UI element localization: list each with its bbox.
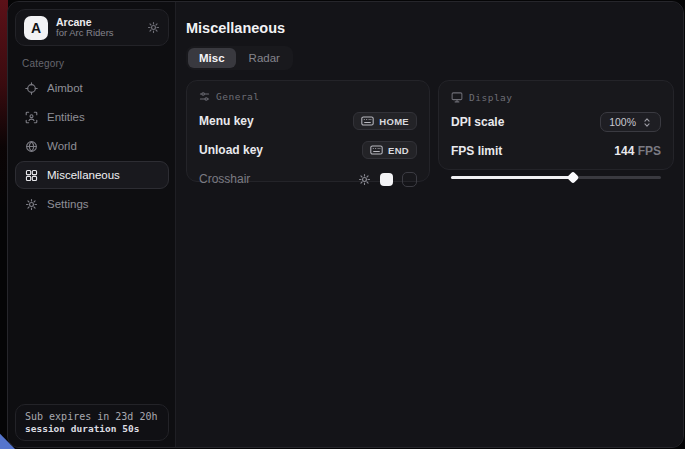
crosshair-label: Crosshair: [199, 172, 250, 186]
fps-unit: FPS: [638, 144, 661, 158]
sidebar-item-settings[interactable]: Settings: [15, 190, 169, 218]
crosshair-checkbox[interactable]: [402, 172, 417, 187]
general-card: General Menu key HOME Unload key: [186, 80, 430, 182]
unload-key-value: END: [388, 145, 409, 156]
unload-key-label: Unload key: [199, 143, 263, 157]
main-content: Miscellaneous Misc Radar General Menu ke…: [176, 2, 683, 447]
general-card-title: General: [216, 91, 260, 102]
dpi-scale-row: DPI scale 100%: [451, 112, 661, 132]
menu-key-row: Menu key HOME: [199, 111, 417, 131]
entities-icon: [25, 111, 38, 124]
brand-card: A Arcane for Arc Riders: [15, 9, 169, 46]
sliders-icon: [199, 91, 210, 102]
sidebar-item-world[interactable]: World: [15, 132, 169, 160]
tab-misc[interactable]: Misc: [188, 48, 236, 68]
display-card: Display DPI scale 100% FPS limit 144: [438, 80, 674, 170]
general-card-header: General: [199, 91, 417, 102]
display-card-header: Display: [451, 91, 661, 103]
fps-limit-label: FPS limit: [451, 144, 502, 158]
unload-key-row: Unload key END: [199, 140, 417, 160]
display-card-title: Display: [469, 92, 513, 103]
sidebar-item-miscellaneous[interactable]: Miscellaneous: [15, 161, 169, 189]
fps-limit-value: 144 FPS: [614, 144, 661, 158]
crosshair-row: Crosshair: [199, 169, 417, 189]
sidebar-item-label: Aimbot: [47, 82, 83, 94]
crosshair-settings-gear-icon[interactable]: [358, 173, 371, 186]
sidebar-nav: Aimbot Entities World: [15, 74, 169, 218]
subscription-info-card: Sub expires in 23d 20h session duration …: [15, 404, 169, 441]
keyboard-icon: [361, 116, 374, 126]
crosshair-controls: [358, 172, 417, 187]
fps-limit-slider[interactable]: [451, 173, 661, 182]
monitor-icon: [451, 91, 463, 103]
sidebar-item-aimbot[interactable]: Aimbot: [15, 74, 169, 102]
dpi-scale-value: 100%: [609, 116, 636, 128]
unload-key-bind-button[interactable]: END: [362, 141, 417, 159]
crosshair-color-swatch[interactable]: [380, 173, 393, 186]
grid-icon: [25, 169, 38, 182]
page-title: Miscellaneous: [186, 20, 285, 36]
sidebar-item-label: Miscellaneous: [47, 169, 120, 181]
menu-key-bind-button[interactable]: HOME: [353, 112, 417, 130]
tab-radar[interactable]: Radar: [238, 48, 291, 68]
sub-expires-text: Sub expires in 23d 20h: [25, 411, 159, 422]
keyboard-icon: [370, 145, 383, 155]
sidebar-item-label: Settings: [47, 198, 89, 210]
slider-thumb[interactable]: [566, 171, 579, 184]
sidebar-item-entities[interactable]: Entities: [15, 103, 169, 131]
app-window: A Arcane for Arc Riders Category: [7, 1, 684, 448]
tab-bar: Misc Radar: [186, 46, 293, 70]
brand-subtitle: for Arc Riders: [56, 28, 139, 39]
sidebar-item-label: Entities: [47, 111, 85, 123]
session-duration-text: session duration 50s: [25, 423, 159, 434]
brand-gear-icon[interactable]: [147, 21, 160, 34]
slider-fill: [451, 176, 573, 179]
dpi-scale-label: DPI scale: [451, 115, 504, 129]
menu-key-value: HOME: [379, 116, 409, 127]
globe-icon: [25, 140, 38, 153]
dpi-scale-select[interactable]: 100%: [600, 112, 661, 132]
sidebar: A Arcane for Arc Riders Category: [8, 2, 176, 447]
chevrons-up-down-icon: [642, 117, 652, 128]
fps-limit-row: FPS limit 144 FPS: [451, 141, 661, 161]
brand-logo: A: [24, 16, 48, 40]
gear-icon: [25, 198, 38, 211]
fps-number: 144: [614, 144, 634, 158]
sidebar-item-label: World: [47, 140, 77, 152]
brand-text: Arcane for Arc Riders: [56, 16, 139, 39]
crosshair-icon: [25, 82, 38, 95]
menu-key-label: Menu key: [199, 114, 254, 128]
category-label: Category: [22, 58, 64, 69]
